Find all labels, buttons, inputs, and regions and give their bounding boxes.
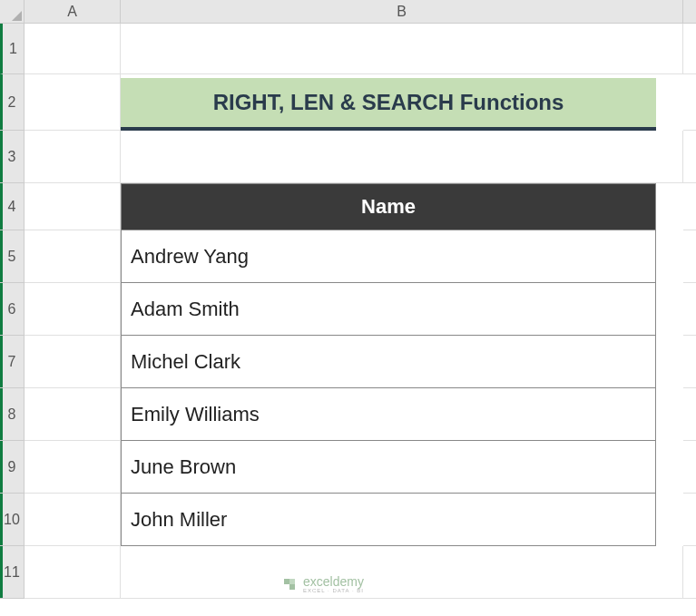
cell-a2[interactable] bbox=[25, 74, 121, 131]
row-header-6[interactable]: 6 bbox=[0, 283, 25, 336]
cell-c6 bbox=[683, 283, 696, 336]
cell-c10 bbox=[683, 494, 696, 546]
table-row[interactable]: Michel Clark bbox=[121, 336, 656, 388]
watermark-tagline: EXCEL · DATA · BI bbox=[303, 588, 364, 593]
cell-a3[interactable] bbox=[25, 131, 121, 183]
table-row[interactable]: June Brown bbox=[121, 441, 656, 494]
cell-a9[interactable] bbox=[25, 441, 121, 494]
column-header-a[interactable]: A bbox=[25, 0, 121, 24]
title-cell[interactable]: RIGHT, LEN & SEARCH Functions bbox=[121, 78, 656, 131]
cell-a8[interactable] bbox=[25, 388, 121, 441]
row-header-1[interactable]: 1 bbox=[0, 24, 25, 74]
cell-a5[interactable] bbox=[25, 230, 121, 283]
table-row[interactable]: Andrew Yang bbox=[121, 230, 656, 283]
cell-c8 bbox=[683, 388, 696, 441]
table-row[interactable]: John Miller bbox=[121, 494, 656, 546]
cell-b1[interactable] bbox=[121, 24, 683, 74]
cell-c3 bbox=[683, 131, 696, 183]
table-header-name[interactable]: Name bbox=[121, 183, 656, 230]
watermark: exceldemy EXCEL · DATA · BI bbox=[281, 575, 364, 593]
cell-c2 bbox=[683, 74, 696, 131]
row-header-9[interactable]: 9 bbox=[0, 441, 25, 494]
cell-c4 bbox=[683, 183, 696, 230]
cell-c9 bbox=[683, 441, 696, 494]
cell-c7 bbox=[683, 336, 696, 388]
row-header-5[interactable]: 5 bbox=[0, 230, 25, 283]
row-header-3[interactable]: 3 bbox=[0, 131, 25, 183]
table-row[interactable]: Adam Smith bbox=[121, 283, 656, 336]
select-all-corner[interactable] bbox=[0, 0, 25, 24]
cell-c11 bbox=[683, 546, 696, 599]
cell-a4[interactable] bbox=[25, 183, 121, 230]
table-row[interactable]: Emily Williams bbox=[121, 388, 656, 441]
column-header-b[interactable]: B bbox=[121, 0, 683, 24]
cell-a7[interactable] bbox=[25, 336, 121, 388]
cell-a6[interactable] bbox=[25, 283, 121, 336]
row-header-8[interactable]: 8 bbox=[0, 388, 25, 441]
watermark-brand: exceldemy bbox=[303, 575, 364, 588]
cell-a11[interactable] bbox=[25, 546, 121, 599]
exceldemy-logo-icon bbox=[281, 576, 298, 592]
cell-c5 bbox=[683, 230, 696, 283]
column-header-c-partial bbox=[683, 0, 696, 24]
row-header-11[interactable]: 11 bbox=[0, 546, 25, 599]
row-header-4[interactable]: 4 bbox=[0, 183, 25, 230]
cell-c1 bbox=[683, 24, 696, 74]
row-header-10[interactable]: 10 bbox=[0, 494, 25, 546]
cell-b3[interactable] bbox=[121, 131, 683, 183]
watermark-text: exceldemy EXCEL · DATA · BI bbox=[303, 575, 364, 593]
spreadsheet-grid: A B 1 2 RIGHT, LEN & SEARCH Functions 3 … bbox=[0, 0, 696, 599]
cell-a10[interactable] bbox=[25, 494, 121, 546]
cell-b11[interactable] bbox=[121, 546, 683, 599]
cell-a1[interactable] bbox=[25, 24, 121, 74]
row-header-7[interactable]: 7 bbox=[0, 336, 25, 388]
row-header-2[interactable]: 2 bbox=[0, 74, 25, 131]
